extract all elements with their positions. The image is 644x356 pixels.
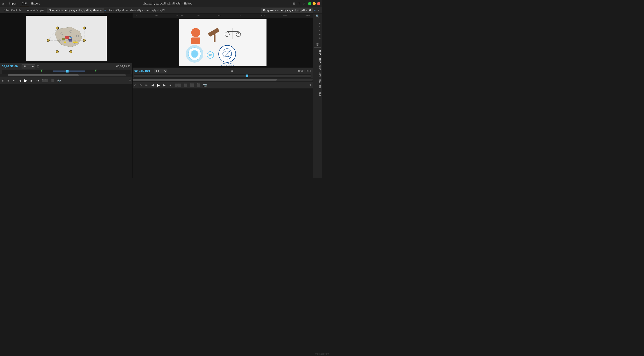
program-go-out[interactable]: ⇥	[168, 83, 172, 87]
divider-3	[314, 47, 321, 48]
program-timecode-bar: 00:04:04:01 Fit 25% 50% 100% ⚙ 00:06:12:…	[132, 67, 313, 74]
source-step-back[interactable]: ◀	[18, 78, 22, 83]
source-timecode-bar: 00;03;57;09 Fit 25% 50% 100% ⚙ 00;04;19;…	[0, 63, 132, 70]
tab-source[interactable]: Source: الالية الدولية المحايدة والمستقل…	[47, 8, 104, 13]
program-ruler: :00 02004006008001000120014001600	[132, 13, 313, 18]
program-fit-select[interactable]: Fit 25% 50% 100%	[154, 69, 168, 73]
panel-tabs-row: Effect Controls Lumetri Scopes Source: ا…	[0, 7, 322, 13]
divider-1	[314, 20, 321, 20]
source-mark-in[interactable]: ◁	[0, 78, 5, 83]
program-preview-area: الآلية الدولية المحايدة والمستقلة	[132, 18, 313, 67]
fullscreen-icon[interactable]: ⤢	[303, 2, 305, 5]
win-btn-green[interactable]	[308, 2, 311, 5]
source-transport-controls: ◁ ▷ ⇤ ◀ ▶ ▶ ⇥ ⬛⬛ ⬛ 📷 +	[0, 77, 132, 84]
source-playhead-strip[interactable]	[0, 70, 132, 74]
program-insert[interactable]: ⬛⬛	[174, 83, 182, 87]
win-btn-yellow[interactable]	[312, 2, 316, 5]
header-actions: ⊞ ⬆ ⤢	[292, 2, 305, 5]
panel-hist[interactable]: Hist	[314, 84, 322, 90]
source-camera[interactable]: 📷	[56, 78, 62, 83]
window-controls	[308, 2, 320, 5]
program-mark-out[interactable]: ▷	[138, 83, 143, 87]
maximize-icon[interactable]: ⊞	[292, 2, 295, 5]
program-tab-icon: ≡	[314, 9, 316, 12]
app-title: الآلية الدولية المحايدة والمستقلة - Edit…	[42, 2, 293, 5]
source-monitor-panel: 00;03;57;09 Fit 25% 50% 100% ⚙ 00;04;19;…	[0, 13, 132, 178]
source-insert[interactable]: ⬛⬛	[41, 79, 50, 83]
svg-point-12	[56, 50, 59, 53]
program-add-button[interactable]: +	[308, 82, 313, 88]
source-preview-area	[0, 13, 132, 63]
program-transport-controls: ◁ ▷ ⇤ ◀ ▶ ▶ ⇥ ⬛⬛ ⬛ ⬛ ⬛ 📷 +	[132, 81, 313, 88]
tab-program[interactable]: Program: الآلية الدولية المحايدة والمستق…	[261, 8, 313, 13]
panel-expand-1[interactable]: >	[314, 21, 322, 25]
program-playhead-strip[interactable]	[132, 74, 313, 78]
panel-lum[interactable]: Lum	[314, 64, 322, 71]
svg-point-11	[70, 50, 72, 53]
main-layout: 00;03;57;09 Fit 25% 50% 100% ⚙ 00;04;19;…	[0, 13, 322, 178]
panel-libr[interactable]: Libr	[314, 72, 322, 77]
tab-audio-clip-mixer[interactable]: Audio Clip Mixer: الآلية الدولية المحايد…	[106, 8, 168, 13]
svg-rect-14	[62, 38, 65, 40]
tab-effect-controls[interactable]: Effect Controls	[1, 8, 23, 13]
source-overwrite[interactable]: ⬛	[50, 79, 56, 83]
panel-expand-4[interactable]: >	[314, 32, 322, 36]
source-duration: 00;04;19;23	[116, 65, 130, 68]
source-scroll-area[interactable]	[0, 74, 132, 77]
program-scroll-area[interactable]	[132, 78, 313, 81]
source-add-button[interactable]: +	[128, 78, 132, 83]
program-timecode[interactable]: 00:04:04:01	[134, 69, 152, 72]
panel-expand-2[interactable]: >	[314, 25, 322, 28]
panel-mar[interactable]: Mar	[314, 78, 322, 84]
panels-menu-icon[interactable]: ≡	[316, 9, 321, 12]
svg-rect-28	[214, 34, 216, 42]
trash-icon-right[interactable]: 🗑	[316, 42, 319, 46]
source-timecode[interactable]: 00;03;57;09	[2, 65, 20, 68]
source-mark-out[interactable]: ▷	[6, 78, 11, 83]
source-play[interactable]: ▶	[23, 78, 28, 83]
source-settings-icon[interactable]: ⚙	[37, 65, 40, 68]
program-step-fwd[interactable]: ▶	[162, 83, 167, 87]
menu-import[interactable]: Import	[7, 1, 20, 6]
home-icon[interactable]: ⌂	[2, 1, 4, 5]
panel-info[interactable]: Info	[314, 91, 322, 97]
program-step-back[interactable]: ◀	[150, 83, 155, 87]
program-camera[interactable]: 📷	[202, 83, 208, 87]
svg-text:المحايدة والمستقلة: المحايدة والمستقلة	[220, 65, 234, 66]
svg-rect-17	[64, 41, 66, 43]
far-right-panel: 🔍 > > > > > 🗑 Esse Esse Lum Libr Mar His…	[313, 13, 322, 178]
panel-esse-1[interactable]: Esse	[314, 49, 322, 56]
svg-rect-16	[73, 41, 78, 43]
panel-expand-3[interactable]: >	[314, 29, 322, 32]
tab-lumetri-scopes[interactable]: Lumetri Scopes	[23, 8, 46, 13]
source-tab-icon: ≡	[104, 9, 106, 12]
panel-expand-5[interactable]: >	[314, 36, 322, 39]
program-extract[interactable]: ⬛	[196, 83, 201, 87]
menu-export[interactable]: Export	[29, 1, 42, 6]
source-go-in[interactable]: ⇤	[12, 78, 17, 83]
program-play[interactable]: ▶	[156, 82, 161, 88]
svg-text:الآلية الدولية: الآلية الدولية	[223, 62, 231, 64]
menu-bar: ⌂ Import Edit Export الآلية الدولية المح…	[0, 0, 322, 7]
search-icon-right[interactable]: 🔍	[316, 14, 319, 18]
program-lift[interactable]: ⬛	[189, 83, 194, 87]
source-fit-select[interactable]: Fit 25% 50% 100%	[22, 64, 35, 68]
svg-point-25	[191, 28, 200, 37]
program-go-in[interactable]: ⇤	[144, 83, 149, 87]
svg-rect-26	[191, 37, 200, 44]
source-go-out[interactable]: ⇥	[35, 78, 40, 83]
export-icon[interactable]: ⬆	[298, 2, 300, 5]
win-btn-red[interactable]	[317, 2, 320, 5]
source-map-graphic	[26, 16, 107, 61]
program-mark-in[interactable]: ◁	[132, 83, 138, 87]
program-overwrite[interactable]: ⬛	[183, 83, 188, 87]
source-step-fwd[interactable]: ▶	[29, 78, 34, 83]
source-canvas[interactable]	[26, 16, 107, 61]
menu-edit[interactable]: Edit	[20, 1, 29, 6]
svg-rect-19	[70, 37, 72, 38]
program-settings-icon[interactable]: ⚙	[230, 69, 234, 73]
panel-esse-2[interactable]: Esse	[314, 57, 322, 64]
program-canvas[interactable]: الآلية الدولية المحايدة والمستقلة	[179, 19, 266, 66]
program-monitor-panel: :00 02004006008001000120014001600	[132, 13, 313, 178]
svg-rect-13	[65, 36, 69, 39]
